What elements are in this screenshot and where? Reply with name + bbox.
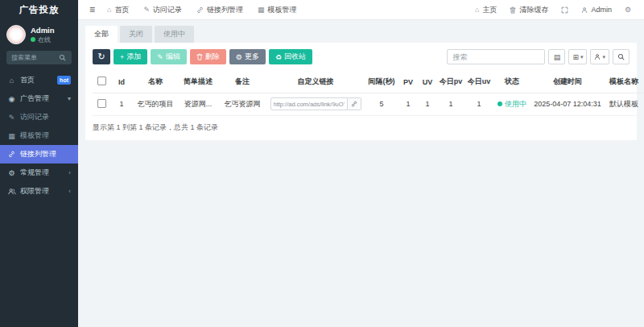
expand-icon bbox=[561, 6, 568, 14]
col-header-today-uv[interactable]: 今日uv bbox=[464, 72, 493, 93]
recycle-bin-button[interactable]: ♻ 回收站 bbox=[269, 49, 312, 64]
more-button[interactable]: ⚙ 更多 bbox=[229, 49, 266, 64]
custom-link-input[interactable] bbox=[270, 97, 348, 110]
sidebar-item-ad-management[interactable]: ◉ 广告管理 ▾ bbox=[0, 89, 78, 108]
table-panel: ↻ + 添加 ✎ 编辑 删除 ⚙ 更多 bbox=[85, 43, 637, 140]
users-icon bbox=[7, 188, 16, 195]
topbar-right: ⌂ 主页 清除缓存 Admin ⚙ bbox=[469, 5, 638, 15]
cell-pv: 1 bbox=[398, 93, 418, 116]
sidebar-item-label: 广告管理 bbox=[20, 93, 49, 104]
status-tabs: 全部 关闭 使用中 bbox=[85, 26, 637, 43]
sidebar-item-label: 常规管理 bbox=[20, 168, 49, 178]
user-status-label: 在线 bbox=[38, 35, 51, 44]
recycle-icon: ♻ bbox=[275, 53, 282, 61]
homepage-label: 主页 bbox=[482, 5, 497, 15]
sidebar-search bbox=[6, 51, 72, 64]
sidebar-item-label: 访问记录 bbox=[20, 112, 49, 122]
data-table: Id 名称 简单描述 备注 自定义链接 间隔(秒) PV UV 今日pv 今日u… bbox=[93, 72, 644, 116]
col-header-template-name[interactable]: 模板名称 bbox=[605, 72, 643, 93]
clear-cache-label: 清除缓存 bbox=[519, 5, 548, 15]
user-status: 在线 bbox=[31, 35, 55, 44]
topnav-link-management[interactable]: 链接列管理 bbox=[189, 0, 250, 19]
sidebar-item-label: 权限管理 bbox=[20, 186, 49, 197]
clear-cache-button[interactable]: 清除缓存 bbox=[503, 5, 555, 15]
edit-button[interactable]: ✎ 编辑 bbox=[151, 49, 187, 64]
sidebar-item-label: 链接列管理 bbox=[20, 149, 56, 159]
col-header-pv[interactable]: PV bbox=[398, 72, 418, 93]
col-header-name[interactable]: 名称 bbox=[133, 72, 178, 93]
add-button-label: 添加 bbox=[126, 52, 141, 62]
main-area: ≡ ⌂ 首页 ✎ 访问记录 链接列管理 ▦ 模板管理 ⌂ 主页 bbox=[78, 0, 644, 327]
settings-button[interactable]: ⚙ bbox=[618, 6, 638, 14]
tab-in-use[interactable]: 使用中 bbox=[155, 26, 194, 43]
col-header-status[interactable]: 状态 bbox=[493, 72, 530, 93]
sidebar-item-template-management[interactable]: ▦ 模板管理 bbox=[0, 126, 78, 145]
sidebar-item-visit-records[interactable]: ✎ 访问记录 bbox=[0, 108, 78, 126]
sidebar-item-general-management[interactable]: ⚙ 常规管理 ‹ bbox=[0, 164, 78, 182]
fullscreen-button[interactable] bbox=[555, 6, 575, 14]
delete-button[interactable]: 删除 bbox=[190, 49, 226, 64]
topnav-label: 访问记录 bbox=[153, 5, 182, 15]
topnav-label: 链接列管理 bbox=[207, 5, 243, 15]
cell-template-name: 默认模板 bbox=[605, 93, 643, 116]
refresh-icon: ↻ bbox=[97, 52, 105, 62]
copy-link-button[interactable] bbox=[348, 97, 361, 110]
user-menu[interactable]: Admin bbox=[575, 6, 618, 14]
cell-description: 资源网... bbox=[178, 93, 218, 116]
cell-created-at: 2025-04-07 12:04:31 bbox=[530, 93, 605, 116]
caret-down-icon: ▾ bbox=[580, 54, 584, 60]
table-search-input[interactable] bbox=[447, 49, 545, 64]
sidebar-item-link-management[interactable]: 链接列管理 bbox=[0, 145, 78, 164]
columns-button[interactable]: ⊞▾ bbox=[568, 49, 587, 64]
home-icon: ⌂ bbox=[7, 77, 16, 85]
col-header-uv[interactable]: UV bbox=[418, 72, 437, 93]
more-button-label: 更多 bbox=[245, 52, 259, 62]
topnav-home[interactable]: ⌂ 首页 bbox=[100, 0, 136, 19]
hot-badge: hot bbox=[57, 76, 71, 85]
refresh-button[interactable]: ↻ bbox=[93, 49, 110, 64]
sidebar-item-permission-management[interactable]: 权限管理 ‹ bbox=[0, 182, 78, 201]
col-header-interval[interactable]: 间隔(秒) bbox=[365, 72, 398, 93]
toolbar-right: ▤ ⊞▾ ▾ bbox=[447, 49, 630, 64]
user-icon bbox=[581, 6, 588, 14]
hamburger-icon[interactable]: ≡ bbox=[85, 4, 100, 15]
cell-name: 乞丐的项目 bbox=[133, 93, 178, 116]
export-user-button[interactable]: ▾ bbox=[590, 49, 609, 64]
col-header-id[interactable]: Id bbox=[110, 72, 133, 93]
topnav-template-management[interactable]: ▦ 模板管理 bbox=[250, 0, 304, 19]
table-icon: ▦ bbox=[7, 132, 16, 140]
col-header-description[interactable]: 简单描述 bbox=[178, 72, 218, 93]
trash-icon bbox=[510, 6, 516, 14]
edit-button-label: 编辑 bbox=[166, 52, 180, 62]
topnav-visit-records[interactable]: ✎ 访问记录 bbox=[136, 0, 189, 19]
gear-icon: ⚙ bbox=[625, 6, 631, 14]
homepage-button[interactable]: ⌂ 主页 bbox=[469, 5, 503, 15]
custom-link-group bbox=[267, 97, 364, 110]
col-header-today-pv[interactable]: 今日pv bbox=[437, 72, 464, 93]
online-dot-icon bbox=[31, 37, 35, 42]
add-button[interactable]: + 添加 bbox=[114, 49, 147, 64]
search-icon bbox=[58, 54, 67, 61]
avatar[interactable] bbox=[6, 25, 26, 44]
table-header-row: Id 名称 简单描述 备注 自定义链接 间隔(秒) PV UV 今日pv 今日u… bbox=[93, 72, 644, 93]
sidebar-item-home[interactable]: ⌂ 首页 hot bbox=[0, 71, 78, 89]
col-header-created-at[interactable]: 创建时间 bbox=[530, 72, 605, 93]
col-header-custom-link[interactable]: 自定义链接 bbox=[266, 72, 365, 93]
tab-all[interactable]: 全部 bbox=[85, 26, 118, 43]
chevron-down-icon: ▾ bbox=[68, 95, 71, 102]
gear-icon: ⚙ bbox=[236, 53, 242, 61]
search-button[interactable] bbox=[613, 49, 630, 64]
select-all-checkbox[interactable] bbox=[97, 77, 105, 85]
tab-closed[interactable]: 关闭 bbox=[120, 26, 152, 43]
cell-today-pv: 1 bbox=[437, 93, 464, 116]
sidebar-search-input[interactable] bbox=[11, 54, 58, 61]
toggle-view-button[interactable]: ▤ bbox=[548, 49, 565, 64]
chevron-left-icon: ‹ bbox=[68, 188, 71, 195]
status-label: 使用中 bbox=[505, 99, 526, 110]
status-badge[interactable]: 使用中 bbox=[497, 99, 526, 110]
col-header-note[interactable]: 备注 bbox=[218, 72, 266, 93]
topbar: ≡ ⌂ 首页 ✎ 访问记录 链接列管理 ▦ 模板管理 ⌂ 主页 bbox=[78, 0, 644, 20]
cell-note: 乞丐资源网 bbox=[218, 93, 266, 116]
row-checkbox[interactable] bbox=[97, 99, 105, 108]
cell-id: 1 bbox=[110, 93, 133, 116]
